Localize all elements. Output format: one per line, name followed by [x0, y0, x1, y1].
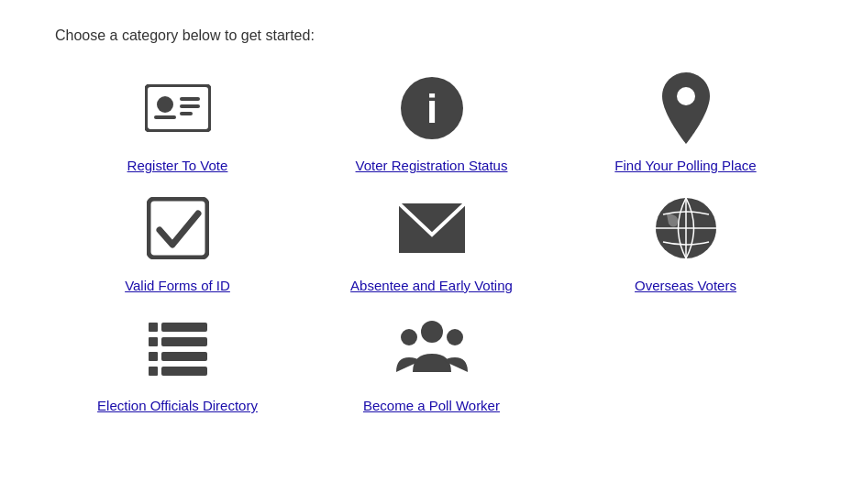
election-officials-link[interactable]: Election Officials Directory: [97, 398, 258, 413]
svg-rect-14: [161, 323, 207, 332]
info-icon: i: [395, 71, 469, 145]
list-icon: [141, 312, 215, 385]
svg-rect-17: [149, 352, 158, 361]
main-container: Choose a category below to get started: …: [55, 27, 808, 413]
overseas-voters-link[interactable]: Overseas Voters: [635, 278, 736, 293]
location-pin-icon: [649, 71, 723, 145]
svg-point-23: [447, 329, 463, 345]
svg-point-21: [421, 321, 443, 343]
svg-text:i: i: [426, 86, 437, 131]
envelope-icon: [395, 192, 469, 265]
category-item-register-to-vote[interactable]: Register To Vote: [55, 71, 300, 173]
register-to-vote-link[interactable]: Register To Vote: [127, 158, 228, 173]
voter-registration-status-link[interactable]: Voter Registration Status: [356, 158, 508, 173]
svg-rect-13: [149, 323, 158, 332]
category-item-find-polling-place[interactable]: Find Your Polling Place: [563, 71, 808, 173]
category-item-poll-worker[interactable]: Become a Poll Worker: [309, 312, 554, 413]
find-polling-place-link[interactable]: Find Your Polling Place: [614, 158, 756, 173]
category-grid: Register To Vote i Voter Registration St…: [55, 71, 808, 413]
group-icon: [395, 312, 469, 385]
svg-rect-16: [161, 337, 207, 346]
svg-rect-5: [180, 112, 193, 115]
empty-cell: [563, 312, 808, 413]
category-item-election-officials[interactable]: Election Officials Directory: [55, 312, 300, 413]
poll-worker-link[interactable]: Become a Poll Worker: [363, 398, 500, 413]
category-item-valid-forms-id[interactable]: Valid Forms of ID: [55, 192, 300, 293]
svg-rect-20: [161, 367, 207, 376]
globe-icon: [649, 192, 723, 265]
absentee-voting-link[interactable]: Absentee and Early Voting: [350, 278, 513, 293]
checkbox-icon: [141, 192, 215, 265]
svg-rect-4: [180, 104, 200, 108]
svg-rect-19: [149, 367, 158, 376]
svg-rect-3: [180, 97, 200, 101]
category-item-voter-registration-status[interactable]: i Voter Registration Status: [309, 71, 554, 173]
svg-rect-0: [146, 85, 210, 131]
svg-point-8: [677, 87, 695, 105]
category-item-absentee-voting[interactable]: Absentee and Early Voting: [309, 192, 554, 293]
intro-text: Choose a category below to get started:: [55, 27, 808, 44]
svg-rect-15: [149, 337, 158, 346]
id-card-icon: [141, 71, 215, 145]
svg-point-22: [401, 329, 417, 345]
svg-rect-18: [161, 352, 207, 361]
svg-rect-2: [154, 115, 176, 119]
svg-point-1: [157, 96, 173, 113]
category-item-overseas-voters[interactable]: Overseas Voters: [563, 192, 808, 293]
valid-forms-id-link[interactable]: Valid Forms of ID: [125, 278, 230, 293]
